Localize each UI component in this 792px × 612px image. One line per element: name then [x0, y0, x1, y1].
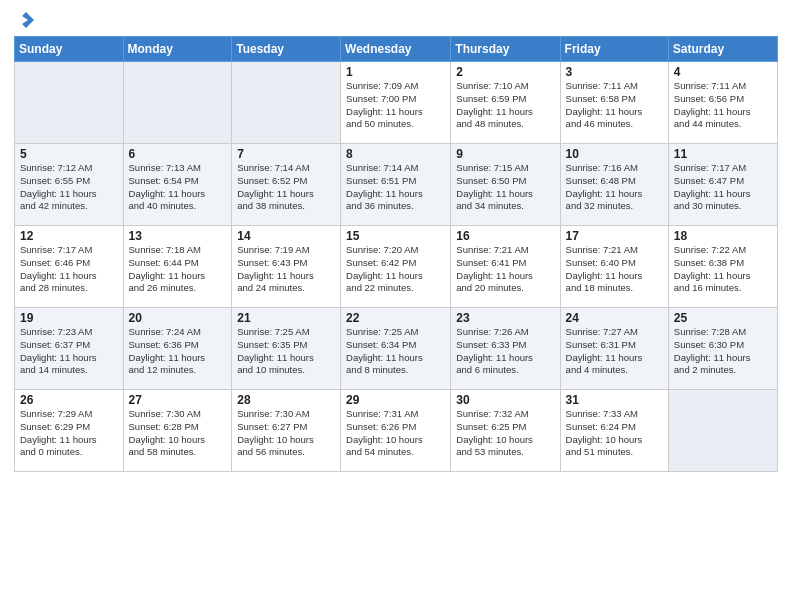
week-row-3: 19Sunrise: 7:23 AM Sunset: 6:37 PM Dayli…: [15, 308, 778, 390]
day-info: Sunrise: 7:33 AM Sunset: 6:24 PM Dayligh…: [566, 408, 663, 459]
day-number: 2: [456, 65, 554, 79]
day-info: Sunrise: 7:25 AM Sunset: 6:35 PM Dayligh…: [237, 326, 335, 377]
calendar-cell: 17Sunrise: 7:21 AM Sunset: 6:40 PM Dayli…: [560, 226, 668, 308]
weekday-header-tuesday: Tuesday: [232, 37, 341, 62]
calendar-cell: [232, 62, 341, 144]
day-number: 3: [566, 65, 663, 79]
calendar-cell: 26Sunrise: 7:29 AM Sunset: 6:29 PM Dayli…: [15, 390, 124, 472]
day-info: Sunrise: 7:10 AM Sunset: 6:59 PM Dayligh…: [456, 80, 554, 131]
calendar-cell: 24Sunrise: 7:27 AM Sunset: 6:31 PM Dayli…: [560, 308, 668, 390]
day-info: Sunrise: 7:17 AM Sunset: 6:46 PM Dayligh…: [20, 244, 118, 295]
day-number: 4: [674, 65, 772, 79]
day-info: Sunrise: 7:21 AM Sunset: 6:40 PM Dayligh…: [566, 244, 663, 295]
day-info: Sunrise: 7:29 AM Sunset: 6:29 PM Dayligh…: [20, 408, 118, 459]
week-row-4: 26Sunrise: 7:29 AM Sunset: 6:29 PM Dayli…: [15, 390, 778, 472]
calendar-cell: 2Sunrise: 7:10 AM Sunset: 6:59 PM Daylig…: [451, 62, 560, 144]
calendar-cell: 19Sunrise: 7:23 AM Sunset: 6:37 PM Dayli…: [15, 308, 124, 390]
calendar-cell: 15Sunrise: 7:20 AM Sunset: 6:42 PM Dayli…: [341, 226, 451, 308]
calendar-cell: 6Sunrise: 7:13 AM Sunset: 6:54 PM Daylig…: [123, 144, 232, 226]
calendar-cell: 27Sunrise: 7:30 AM Sunset: 6:28 PM Dayli…: [123, 390, 232, 472]
day-info: Sunrise: 7:12 AM Sunset: 6:55 PM Dayligh…: [20, 162, 118, 213]
calendar-cell: 16Sunrise: 7:21 AM Sunset: 6:41 PM Dayli…: [451, 226, 560, 308]
calendar-cell: 1Sunrise: 7:09 AM Sunset: 7:00 PM Daylig…: [341, 62, 451, 144]
page: SundayMondayTuesdayWednesdayThursdayFrid…: [0, 0, 792, 612]
day-number: 7: [237, 147, 335, 161]
day-number: 14: [237, 229, 335, 243]
calendar-cell: 4Sunrise: 7:11 AM Sunset: 6:56 PM Daylig…: [668, 62, 777, 144]
day-number: 18: [674, 229, 772, 243]
calendar-table: SundayMondayTuesdayWednesdayThursdayFrid…: [14, 36, 778, 472]
day-info: Sunrise: 7:20 AM Sunset: 6:42 PM Dayligh…: [346, 244, 445, 295]
calendar-cell: 8Sunrise: 7:14 AM Sunset: 6:51 PM Daylig…: [341, 144, 451, 226]
day-info: Sunrise: 7:11 AM Sunset: 6:56 PM Dayligh…: [674, 80, 772, 131]
calendar-cell: 23Sunrise: 7:26 AM Sunset: 6:33 PM Dayli…: [451, 308, 560, 390]
calendar-cell: [15, 62, 124, 144]
day-info: Sunrise: 7:24 AM Sunset: 6:36 PM Dayligh…: [129, 326, 227, 377]
day-info: Sunrise: 7:19 AM Sunset: 6:43 PM Dayligh…: [237, 244, 335, 295]
day-info: Sunrise: 7:09 AM Sunset: 7:00 PM Dayligh…: [346, 80, 445, 131]
calendar-cell: 22Sunrise: 7:25 AM Sunset: 6:34 PM Dayli…: [341, 308, 451, 390]
day-info: Sunrise: 7:13 AM Sunset: 6:54 PM Dayligh…: [129, 162, 227, 213]
day-info: Sunrise: 7:15 AM Sunset: 6:50 PM Dayligh…: [456, 162, 554, 213]
logo: [14, 10, 36, 30]
day-info: Sunrise: 7:32 AM Sunset: 6:25 PM Dayligh…: [456, 408, 554, 459]
day-number: 31: [566, 393, 663, 407]
day-number: 6: [129, 147, 227, 161]
calendar-cell: 30Sunrise: 7:32 AM Sunset: 6:25 PM Dayli…: [451, 390, 560, 472]
calendar-cell: 13Sunrise: 7:18 AM Sunset: 6:44 PM Dayli…: [123, 226, 232, 308]
day-number: 17: [566, 229, 663, 243]
day-number: 11: [674, 147, 772, 161]
calendar-cell: 18Sunrise: 7:22 AM Sunset: 6:38 PM Dayli…: [668, 226, 777, 308]
day-info: Sunrise: 7:21 AM Sunset: 6:41 PM Dayligh…: [456, 244, 554, 295]
calendar-cell: 14Sunrise: 7:19 AM Sunset: 6:43 PM Dayli…: [232, 226, 341, 308]
day-number: 30: [456, 393, 554, 407]
calendar-cell: [668, 390, 777, 472]
calendar-cell: [123, 62, 232, 144]
calendar-cell: 28Sunrise: 7:30 AM Sunset: 6:27 PM Dayli…: [232, 390, 341, 472]
day-info: Sunrise: 7:22 AM Sunset: 6:38 PM Dayligh…: [674, 244, 772, 295]
weekday-header-thursday: Thursday: [451, 37, 560, 62]
day-number: 16: [456, 229, 554, 243]
day-info: Sunrise: 7:30 AM Sunset: 6:27 PM Dayligh…: [237, 408, 335, 459]
weekday-header-monday: Monday: [123, 37, 232, 62]
weekday-header-friday: Friday: [560, 37, 668, 62]
day-info: Sunrise: 7:28 AM Sunset: 6:30 PM Dayligh…: [674, 326, 772, 377]
week-row-1: 5Sunrise: 7:12 AM Sunset: 6:55 PM Daylig…: [15, 144, 778, 226]
day-number: 13: [129, 229, 227, 243]
day-number: 25: [674, 311, 772, 325]
day-info: Sunrise: 7:14 AM Sunset: 6:51 PM Dayligh…: [346, 162, 445, 213]
day-info: Sunrise: 7:30 AM Sunset: 6:28 PM Dayligh…: [129, 408, 227, 459]
day-number: 22: [346, 311, 445, 325]
day-number: 29: [346, 393, 445, 407]
day-number: 9: [456, 147, 554, 161]
day-info: Sunrise: 7:27 AM Sunset: 6:31 PM Dayligh…: [566, 326, 663, 377]
day-number: 15: [346, 229, 445, 243]
day-info: Sunrise: 7:23 AM Sunset: 6:37 PM Dayligh…: [20, 326, 118, 377]
calendar-cell: 31Sunrise: 7:33 AM Sunset: 6:24 PM Dayli…: [560, 390, 668, 472]
calendar-cell: 10Sunrise: 7:16 AM Sunset: 6:48 PM Dayli…: [560, 144, 668, 226]
day-number: 5: [20, 147, 118, 161]
week-row-0: 1Sunrise: 7:09 AM Sunset: 7:00 PM Daylig…: [15, 62, 778, 144]
weekday-header-sunday: Sunday: [15, 37, 124, 62]
day-number: 8: [346, 147, 445, 161]
day-number: 28: [237, 393, 335, 407]
day-number: 26: [20, 393, 118, 407]
calendar-cell: 20Sunrise: 7:24 AM Sunset: 6:36 PM Dayli…: [123, 308, 232, 390]
calendar-cell: 21Sunrise: 7:25 AM Sunset: 6:35 PM Dayli…: [232, 308, 341, 390]
day-info: Sunrise: 7:14 AM Sunset: 6:52 PM Dayligh…: [237, 162, 335, 213]
day-number: 24: [566, 311, 663, 325]
calendar-cell: 3Sunrise: 7:11 AM Sunset: 6:58 PM Daylig…: [560, 62, 668, 144]
calendar-cell: 9Sunrise: 7:15 AM Sunset: 6:50 PM Daylig…: [451, 144, 560, 226]
day-info: Sunrise: 7:11 AM Sunset: 6:58 PM Dayligh…: [566, 80, 663, 131]
day-info: Sunrise: 7:25 AM Sunset: 6:34 PM Dayligh…: [346, 326, 445, 377]
day-number: 19: [20, 311, 118, 325]
weekday-header-row: SundayMondayTuesdayWednesdayThursdayFrid…: [15, 37, 778, 62]
day-number: 20: [129, 311, 227, 325]
day-number: 21: [237, 311, 335, 325]
svg-marker-0: [22, 12, 34, 28]
day-number: 10: [566, 147, 663, 161]
day-number: 12: [20, 229, 118, 243]
calendar-cell: 29Sunrise: 7:31 AM Sunset: 6:26 PM Dayli…: [341, 390, 451, 472]
weekday-header-saturday: Saturday: [668, 37, 777, 62]
calendar-cell: 11Sunrise: 7:17 AM Sunset: 6:47 PM Dayli…: [668, 144, 777, 226]
